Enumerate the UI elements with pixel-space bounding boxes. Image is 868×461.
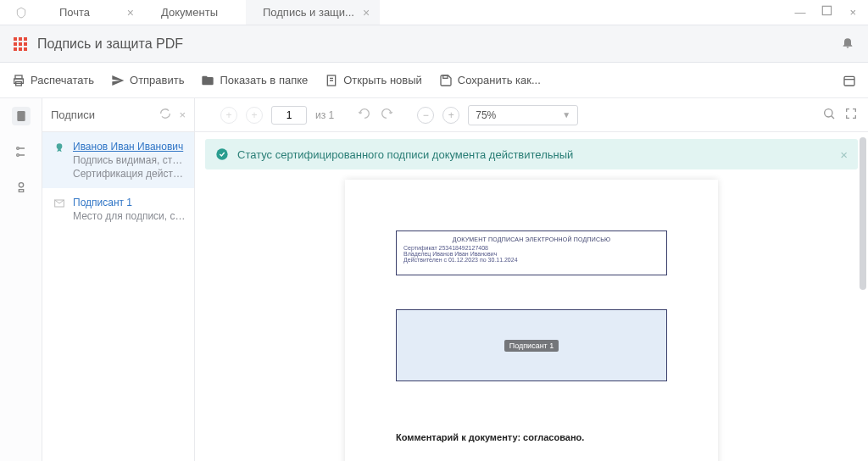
- signature-item[interactable]: Подписант 1 Место для подписи, стр.1: [42, 188, 194, 230]
- close-icon[interactable]: ×: [127, 6, 134, 19]
- button-label: Сохранить как...: [458, 74, 541, 86]
- toolbar: Распечатать Отправить Показать в папке О…: [0, 63, 868, 98]
- signature-placeholder[interactable]: Подписант 1: [396, 309, 667, 381]
- page-count-label: из 1: [315, 109, 334, 121]
- left-rail: [0, 98, 42, 461]
- status-bar: Статус сертифицированного подписи докуме…: [205, 139, 858, 169]
- prev-page-icon[interactable]: +: [220, 107, 237, 124]
- svg-point-11: [57, 143, 63, 149]
- placeholder-icon: [53, 197, 66, 222]
- signature-item[interactable]: Иванов Иван Иванович Подпись видимая, ст…: [42, 132, 194, 188]
- status-text: Статус сертифицированного подписи докуме…: [237, 148, 573, 161]
- page-title: Подпись и защита PDF: [37, 36, 183, 52]
- rail-structure-icon[interactable]: [12, 142, 31, 161]
- rail-stamp-icon[interactable]: [12, 178, 31, 197]
- main: Подписи × Иванов Иван Иванович Подпись в…: [0, 98, 868, 461]
- notifications-icon[interactable]: [841, 36, 854, 52]
- minimize-icon[interactable]: —: [794, 6, 805, 19]
- vertical-scrollbar[interactable]: [860, 137, 866, 456]
- signer-name: Подписант 1: [73, 197, 186, 208]
- zoom-out-icon[interactable]: −: [417, 107, 434, 124]
- signer-badge: Подписант 1: [504, 340, 559, 352]
- cert-line: Владелец Иванов Иван Иванович: [403, 251, 659, 257]
- next-page-icon[interactable]: +: [246, 107, 263, 124]
- svg-point-8: [16, 147, 19, 150]
- svg-rect-6: [844, 76, 854, 86]
- apps-grid-icon[interactable]: [14, 37, 27, 51]
- svg-point-9: [16, 154, 19, 157]
- print-button[interactable]: Распечатать: [12, 74, 94, 87]
- show-in-folder-button[interactable]: Показать в папке: [201, 74, 308, 87]
- svg-rect-7: [17, 111, 25, 121]
- tab-label: Документы: [161, 6, 218, 19]
- svg-point-14: [216, 148, 227, 159]
- svg-point-10: [19, 183, 23, 187]
- close-window-icon[interactable]: ×: [849, 6, 856, 19]
- fullscreen-icon[interactable]: [844, 107, 858, 123]
- open-new-button[interactable]: Открыть новый: [325, 74, 422, 87]
- panel-title: Подписи: [51, 108, 152, 121]
- check-circle-icon: [215, 147, 229, 161]
- signatures-panel: Подписи × Иванов Иван Иванович Подпись в…: [42, 98, 195, 461]
- signer-name: Иванов Иван Иванович: [73, 141, 186, 153]
- signature-detail: Место для подписи, стр.1: [73, 210, 186, 222]
- zoom-in-icon[interactable]: +: [442, 107, 459, 124]
- cert-line: Действителен с 01.12.2023 по 30.11.2024: [403, 257, 659, 263]
- document-viewport[interactable]: Статус сертифицированного подписи докуме…: [195, 132, 868, 461]
- scrollbar-thumb[interactable]: [860, 137, 866, 290]
- save-as-button[interactable]: Сохранить как...: [439, 74, 541, 87]
- cert-line: Сертификат 253418492127408: [403, 245, 659, 251]
- pdf-page: ДОКУМЕНТ ПОДПИСАН ЭЛЕКТРОННОЙ ПОДПИСЬЮ С…: [345, 180, 718, 461]
- button-label: Отправить: [130, 74, 184, 86]
- send-button[interactable]: Отправить: [111, 74, 184, 87]
- header: Подпись и защита PDF: [0, 25, 868, 63]
- content-area: + + из 1 − + 75%▼ Статус сертифицированн…: [195, 98, 868, 461]
- tab-sign-protect[interactable]: Подпись и защи... ×: [246, 0, 380, 25]
- svg-point-13: [825, 109, 832, 117]
- button-label: Показать в папке: [220, 74, 308, 86]
- button-label: Открыть новый: [343, 74, 422, 86]
- zoom-select[interactable]: 75%▼: [468, 105, 578, 125]
- certificate-box: ДОКУМЕНТ ПОДПИСАН ЭЛЕКТРОННОЙ ПОДПИСЬЮ С…: [396, 230, 667, 275]
- chevron-down-icon: ▼: [562, 110, 570, 119]
- search-icon[interactable]: [822, 107, 836, 123]
- svg-rect-0: [823, 6, 832, 14]
- cert-header: ДОКУМЕНТ ПОДПИСАН ЭЛЕКТРОННОЙ ПОДПИСЬЮ: [403, 236, 659, 242]
- calendar-icon[interactable]: [843, 74, 856, 87]
- page-toolbar: + + из 1 − + 75%▼: [195, 98, 868, 132]
- tab-label: Подпись и защи...: [263, 6, 354, 19]
- tabs: Почта × Документы Подпись и защи... ×: [42, 0, 782, 25]
- close-status-icon[interactable]: ×: [840, 147, 848, 162]
- refresh-icon[interactable]: [159, 107, 172, 123]
- app-logo-icon: [0, 0, 42, 25]
- signature-detail: Подпись видимая, стр.1: [73, 154, 186, 166]
- rotate-left-icon[interactable]: [358, 107, 371, 123]
- panel-header: Подписи ×: [42, 98, 194, 132]
- document-comment: Комментарий к документу: согласовано.: [396, 432, 667, 442]
- window-controls: — ×: [782, 0, 868, 25]
- tab-documents[interactable]: Документы: [144, 0, 246, 25]
- button-label: Распечатать: [31, 74, 94, 86]
- rotate-right-icon[interactable]: [380, 107, 393, 123]
- close-panel-icon[interactable]: ×: [179, 108, 186, 121]
- close-icon[interactable]: ×: [363, 6, 370, 19]
- rail-document-icon[interactable]: [12, 107, 31, 125]
- svg-rect-5: [443, 75, 448, 78]
- maximize-icon[interactable]: [821, 4, 834, 20]
- page-number-input[interactable]: [271, 106, 307, 125]
- title-bar: Почта × Документы Подпись и защи... × — …: [0, 0, 868, 25]
- tab-mail[interactable]: Почта ×: [42, 0, 144, 25]
- certificate-icon: [53, 141, 66, 180]
- tab-label: Почта: [59, 6, 90, 19]
- signature-detail: Сертификация действит...: [73, 168, 186, 180]
